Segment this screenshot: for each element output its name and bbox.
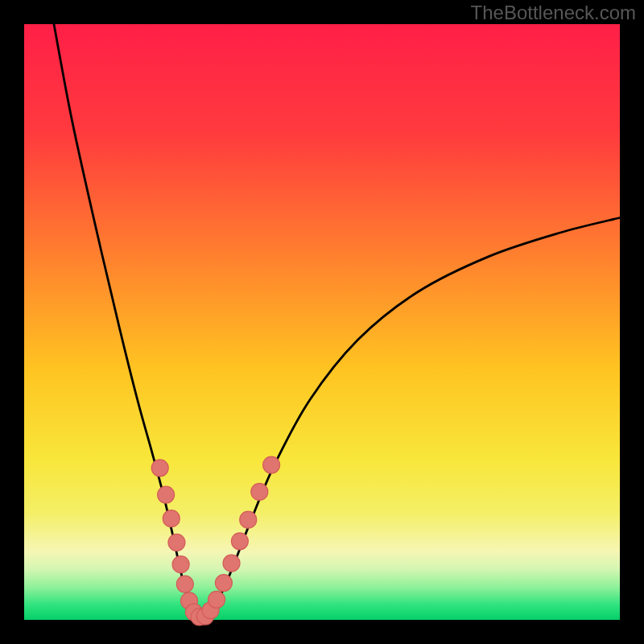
bottleneck-chart xyxy=(0,0,644,644)
data-marker xyxy=(172,556,189,573)
chart-background xyxy=(24,24,620,620)
chart-container: TheBottleneck.com xyxy=(0,0,644,644)
data-marker xyxy=(151,460,168,477)
data-marker xyxy=(158,486,175,503)
data-marker xyxy=(240,511,257,528)
data-marker xyxy=(163,510,180,527)
attribution-label: TheBottleneck.com xyxy=(471,2,636,24)
data-marker xyxy=(231,533,248,550)
data-marker xyxy=(263,456,280,473)
data-marker xyxy=(176,576,193,592)
data-marker xyxy=(215,575,232,592)
data-marker xyxy=(208,591,225,608)
data-marker xyxy=(251,483,268,500)
data-marker xyxy=(223,555,240,572)
data-marker xyxy=(168,534,185,551)
